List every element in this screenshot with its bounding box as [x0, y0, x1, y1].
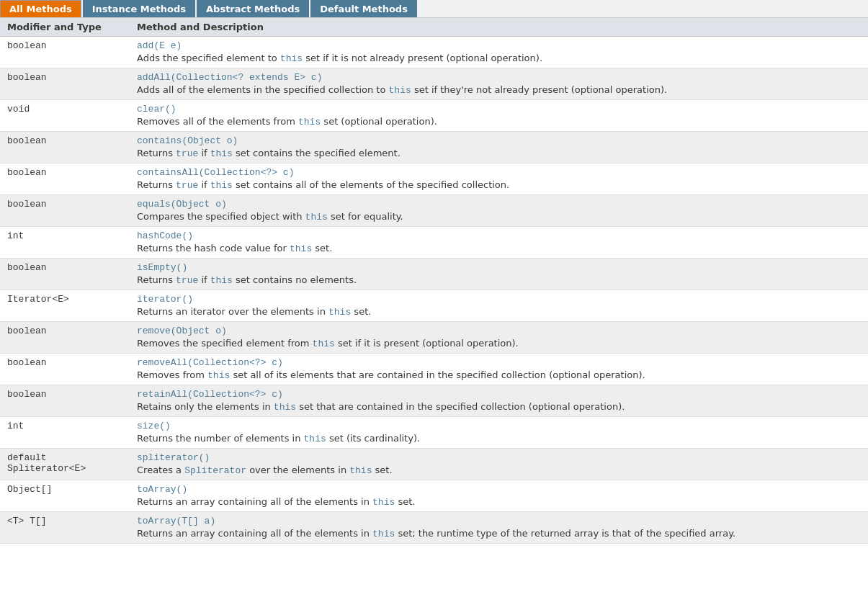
method-cell: containsAll(Collection<?> c)Returns true…	[130, 163, 868, 195]
modifier-cell: default Spliterator<E>	[0, 449, 130, 480]
tab-instance-methods[interactable]: Instance Methods	[83, 0, 195, 17]
method-cell: retainAll(Collection<?> c)Retains only t…	[130, 385, 868, 417]
method-description: Returns the hash code value for this set…	[137, 243, 861, 254]
method-signature: size()	[137, 421, 861, 431]
table-row: booleancontains(Object o)Returns true if…	[0, 132, 868, 163]
modifier-cell: boolean	[0, 385, 130, 417]
method-signature: spliterator()	[137, 452, 861, 463]
tab-abstract-methods[interactable]: Abstract Methods	[197, 0, 309, 17]
col-method-header: Method and Description	[130, 18, 868, 37]
method-signature: isEmpty()	[137, 262, 861, 273]
method-description: Returns true if this set contains no ele…	[137, 274, 861, 286]
method-description: Returns the number of elements in this s…	[137, 433, 861, 444]
table-row: intsize()Returns the number of elements …	[0, 417, 868, 449]
method-description: Removes from this set all of its element…	[137, 369, 861, 381]
table-row: Object[]toArray()Returns an array contai…	[0, 480, 868, 512]
method-cell: contains(Object o)Returns true if this s…	[130, 132, 868, 163]
method-cell: spliterator()Creates a Spliterator over …	[130, 449, 868, 480]
method-signature: remove(Object o)	[137, 326, 861, 336]
method-description: Retains only the elements in this set th…	[137, 401, 861, 413]
table-row: booleanaddAll(Collection<? extends E> c)…	[0, 68, 868, 100]
tabs-bar: All Methods Instance Methods Abstract Me…	[0, 0, 868, 18]
method-description: Removes the specified element from this …	[137, 338, 861, 349]
method-description: Adds the specified element to this set i…	[137, 53, 861, 64]
table-row: voidclear()Removes all of the elements f…	[0, 100, 868, 132]
table-row: default Spliterator<E>spliterator()Creat…	[0, 449, 868, 480]
table-row: Iterator<E>iterator()Returns an iterator…	[0, 290, 868, 322]
method-description: Adds all of the elements in the specifie…	[137, 84, 861, 96]
modifier-cell: boolean	[0, 354, 130, 385]
method-signature: toArray()	[137, 484, 861, 495]
method-cell: addAll(Collection<? extends E> c)Adds al…	[130, 68, 868, 100]
tab-all-methods[interactable]: All Methods	[0, 0, 81, 17]
table-row: booleancontainsAll(Collection<?> c)Retur…	[0, 163, 868, 195]
table-row: booleanremove(Object o)Removes the speci…	[0, 322, 868, 354]
method-cell: removeAll(Collection<?> c)Removes from t…	[130, 354, 868, 385]
col-modifier-header: Modifier and Type	[0, 18, 130, 37]
method-signature: add(E e)	[137, 40, 861, 51]
method-description: Removes all of the elements from this se…	[137, 116, 861, 127]
method-cell: equals(Object o)Compares the specified o…	[130, 195, 868, 227]
table-row: booleanretainAll(Collection<?> c)Retains…	[0, 385, 868, 417]
method-cell: hashCode()Returns the hash code value fo…	[130, 227, 868, 259]
method-signature: equals(Object o)	[137, 199, 861, 210]
modifier-cell: <T> T[]	[0, 512, 130, 544]
table-row: <T> T[]toArray(T[] a)Returns an array co…	[0, 512, 868, 544]
modifier-cell: boolean	[0, 37, 130, 68]
table-row: booleanadd(E e)Adds the specified elemen…	[0, 37, 868, 68]
method-signature: iterator()	[137, 294, 861, 305]
method-description: Returns true if this set contains all of…	[137, 179, 861, 191]
tab-default-methods[interactable]: Default Methods	[310, 0, 417, 17]
method-signature: removeAll(Collection<?> c)	[137, 357, 861, 368]
modifier-cell: boolean	[0, 195, 130, 227]
table-row: inthashCode()Returns the hash code value…	[0, 227, 868, 259]
method-signature: addAll(Collection<? extends E> c)	[137, 72, 861, 83]
method-description: Returns an array containing all of the e…	[137, 528, 861, 539]
modifier-cell: boolean	[0, 163, 130, 195]
modifier-cell: int	[0, 417, 130, 449]
method-cell: size()Returns the number of elements in …	[130, 417, 868, 449]
method-table: Modifier and Type Method and Description…	[0, 18, 868, 544]
method-cell: clear()Removes all of the elements from …	[130, 100, 868, 132]
method-signature: containsAll(Collection<?> c)	[137, 167, 861, 178]
modifier-cell: boolean	[0, 259, 130, 290]
modifier-cell: boolean	[0, 322, 130, 354]
method-description: Creates a Spliterator over the elements …	[137, 465, 861, 476]
method-cell: toArray(T[] a)Returns an array containin…	[130, 512, 868, 544]
method-cell: isEmpty()Returns true if this set contai…	[130, 259, 868, 290]
method-signature: hashCode()	[137, 230, 861, 241]
method-signature: contains(Object o)	[137, 135, 861, 146]
method-cell: toArray()Returns an array containing all…	[130, 480, 868, 512]
modifier-cell: Object[]	[0, 480, 130, 512]
table-row: booleanequals(Object o)Compares the spec…	[0, 195, 868, 227]
method-description: Compares the specified object with this …	[137, 211, 861, 223]
method-cell: remove(Object o)Removes the specified el…	[130, 322, 868, 354]
method-signature: retainAll(Collection<?> c)	[137, 389, 861, 400]
method-cell: add(E e)Adds the specified element to th…	[130, 37, 868, 68]
modifier-cell: Iterator<E>	[0, 290, 130, 322]
method-signature: clear()	[137, 104, 861, 115]
method-description: Returns an iterator over the elements in…	[137, 306, 861, 318]
method-description: Returns true if this set contains the sp…	[137, 148, 861, 159]
method-signature: toArray(T[] a)	[137, 516, 861, 526]
table-row: booleanremoveAll(Collection<?> c)Removes…	[0, 354, 868, 385]
modifier-cell: boolean	[0, 132, 130, 163]
method-description: Returns an array containing all of the e…	[137, 496, 861, 508]
method-cell: iterator()Returns an iterator over the e…	[130, 290, 868, 322]
modifier-cell: boolean	[0, 68, 130, 100]
table-row: booleanisEmpty()Returns true if this set…	[0, 259, 868, 290]
modifier-cell: int	[0, 227, 130, 259]
modifier-cell: void	[0, 100, 130, 132]
